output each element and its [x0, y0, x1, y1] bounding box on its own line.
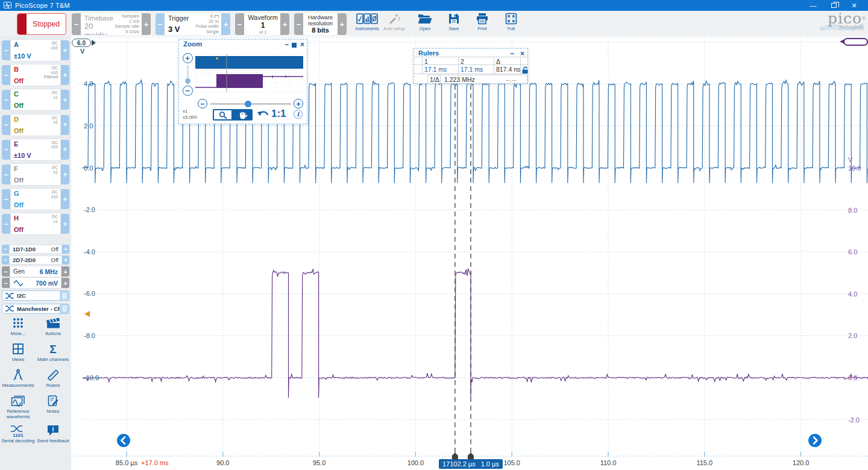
resolution-increase-button[interactable]: +	[338, 13, 347, 35]
zoom-overview-map[interactable]	[195, 53, 303, 95]
trigger-increase-button[interactable]: +	[221, 13, 230, 35]
ruler-2-value[interactable]: 17.1 ms	[461, 66, 483, 73]
ruler-1-value[interactable]: 17.1 ms	[424, 66, 447, 73]
tool-math-channels[interactable]: ΣMath channels	[36, 342, 71, 364]
zoom-vertical-slider-handle[interactable]	[185, 78, 190, 84]
print-button[interactable]: Print	[468, 12, 497, 36]
zoom-vertical-out-button[interactable]: −	[183, 86, 193, 96]
waveform-next-button[interactable]: +	[280, 13, 289, 35]
gen-amplitude-increase-button[interactable]: +	[61, 278, 69, 288]
zoom-close-button[interactable]: ×	[300, 41, 304, 48]
resolution-decrease-button[interactable]: −	[294, 13, 303, 35]
channel-G-decrease-button[interactable]: −	[2, 189, 10, 209]
tool-notes[interactable]: Notes	[36, 394, 71, 419]
trigger-decrease-button[interactable]: −	[156, 13, 165, 35]
channel-H-decrease-button[interactable]: −	[2, 214, 10, 234]
channel-A-increase-button[interactable]: +	[61, 40, 69, 60]
signal-generator-card[interactable]: − Gen 6 MHz + − 700 mV +	[2, 266, 69, 289]
channel-B-card[interactable]: −BDCx10FilteredOff+	[2, 64, 69, 86]
channel-D-increase-button[interactable]: +	[61, 115, 69, 135]
timebase-increase-button[interactable]: +	[142, 13, 151, 35]
scroll-left-button[interactable]	[117, 434, 130, 447]
trigger-marker-icon[interactable]	[84, 311, 90, 317]
digital-1-increase-button[interactable]: +	[62, 245, 69, 254]
channel-B-decrease-button[interactable]: −	[2, 65, 10, 85]
channel-a-offset-marker[interactable]: 6.0	[72, 39, 91, 47]
digital-channel-2-row[interactable]: −2D7-2D0Off+	[2, 255, 69, 265]
ruler-position-badge[interactable]: 17102.2 µs 1.0 µs	[439, 459, 503, 469]
tool-more-[interactable]: More...	[1, 316, 36, 338]
right-axis-tick: 4.0	[848, 290, 857, 298]
waveform-title: Waveform	[248, 14, 278, 21]
channel-F-increase-button[interactable]: +	[61, 164, 69, 184]
decoder-row-manchester-ch-a[interactable]: Manchester - Ch A	[2, 304, 69, 314]
channel-C-card[interactable]: −CDCx1Off+	[2, 89, 69, 111]
decoder-row-i2c[interactable]: I2C	[2, 290, 69, 301]
gen-frequency-increase-button[interactable]: +	[61, 266, 69, 277]
channel-E-increase-button[interactable]: +	[61, 140, 69, 160]
timebase-decrease-button[interactable]: −	[72, 13, 81, 35]
save-button[interactable]: Save	[439, 12, 468, 36]
channel-F-decrease-button[interactable]: −	[2, 164, 10, 184]
channel-B-increase-button[interactable]: +	[61, 65, 69, 85]
zoom-horizontal-slider-handle[interactable]	[245, 101, 251, 107]
tool-rulers[interactable]: Rulers	[36, 368, 71, 390]
auto-setup-button[interactable]: Auto setup	[380, 12, 409, 36]
waveform-previous-button[interactable]: −	[235, 13, 244, 35]
zoom-maximize-button[interactable]	[292, 43, 297, 48]
channel-G-card[interactable]: −GDCx10Off+	[2, 188, 69, 210]
close-button[interactable]: ✕	[844, 0, 864, 11]
gen-frequency-decrease-button[interactable]: −	[2, 266, 10, 277]
tool-views[interactable]: Views	[1, 342, 36, 364]
digital-1-decrease-button[interactable]: −	[2, 245, 9, 254]
rulers-window[interactable]: Rulers − × 1 2 Δ 17.1 ms 17.1 ms 817.4 n…	[414, 48, 528, 84]
channel-E-card[interactable]: −EDCx10±10 V+	[2, 139, 69, 161]
zoom-tool-button[interactable]	[213, 109, 233, 121]
tool-send-feedback[interactable]: iSend feedback	[36, 424, 71, 445]
start-stop-button[interactable]: Stopped	[17, 13, 66, 35]
tool-reference-waveforms[interactable]: Reference waveforms	[1, 394, 36, 419]
delete-decoder-button[interactable]	[60, 304, 69, 313]
channel-A-decrease-button[interactable]: −	[2, 40, 10, 60]
right-axis-tick: -2.0	[848, 416, 860, 424]
minimize-button[interactable]: —	[803, 0, 823, 11]
digital-2-increase-button[interactable]: +	[62, 255, 69, 265]
channel-D-card[interactable]: −DDCx1Off+	[2, 114, 69, 136]
tool-serial-decoding[interactable]: 1101Serial decoding	[1, 424, 36, 445]
delete-decoder-button[interactable]	[60, 291, 69, 300]
channel-C-increase-button[interactable]: +	[61, 90, 69, 110]
channel-E-decrease-button[interactable]: −	[2, 140, 10, 160]
zoom-window[interactable]: Zoom − × + −	[178, 39, 307, 124]
restore-button[interactable]	[823, 0, 844, 11]
channel-H-card[interactable]: −HDCx1Off+	[2, 213, 69, 235]
digital-channel-1-row[interactable]: −1D7-1D0Off+	[2, 245, 69, 254]
channel-C-decrease-button[interactable]: −	[2, 90, 10, 110]
pan-tool-button[interactable]	[233, 109, 253, 121]
open-button[interactable]: Open	[410, 12, 439, 36]
instruments-button[interactable]: Instruments	[353, 12, 382, 36]
time-ruler-handle[interactable]	[468, 453, 474, 459]
channel-D-decrease-button[interactable]: −	[2, 115, 10, 135]
channel-G-increase-button[interactable]: +	[61, 189, 69, 209]
zoom-horizontal-in-button[interactable]: +	[294, 99, 303, 108]
gen-amplitude-decrease-button[interactable]: −	[2, 278, 10, 288]
channel-H-increase-button[interactable]: +	[61, 214, 69, 234]
time-ruler-handle[interactable]	[452, 453, 458, 459]
full-button[interactable]: Full	[497, 12, 526, 36]
zoom-minimize-button[interactable]: −	[285, 41, 289, 48]
channel-F-card[interactable]: −FDCx1Off+	[2, 163, 69, 186]
channel-tag: x10	[51, 46, 58, 51]
zoom-info-button[interactable]: i	[294, 110, 303, 119]
zoom-vertical-in-button[interactable]: +	[183, 53, 193, 63]
scroll-right-button[interactable]	[808, 434, 822, 447]
undo-zoom-button[interactable]	[257, 110, 270, 122]
tool-measurements[interactable]: Measurements	[1, 368, 36, 390]
waveform-panel: − Waveform 1 of 1 +	[235, 13, 289, 35]
channel-e-offset-marker[interactable]	[843, 38, 868, 46]
zoom-ratio-button[interactable]: 1:1	[271, 108, 286, 120]
zoom-horizontal-out-button[interactable]: −	[198, 99, 207, 108]
channel-A-card[interactable]: −ADCx10±10 V+	[2, 39, 69, 61]
digital-2-decrease-button[interactable]: −	[2, 255, 9, 265]
trigger-panel[interactable]: − Trigger 3 V E 20 % Pulse width Single …	[156, 13, 230, 35]
tool-actions[interactable]: Actions	[36, 316, 71, 338]
